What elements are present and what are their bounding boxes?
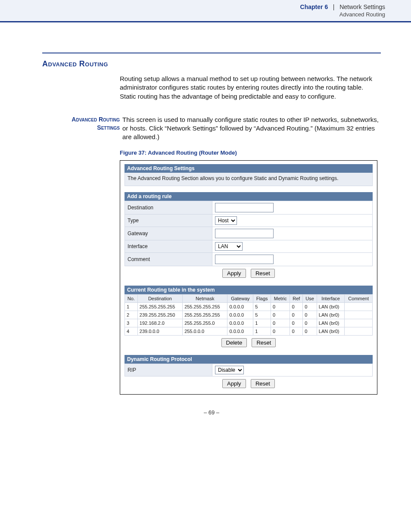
col-flags: Flags bbox=[253, 294, 271, 302]
reset-button-2[interactable]: Reset bbox=[252, 338, 276, 347]
header-section: Network Settings bbox=[339, 3, 385, 10]
section-divider bbox=[42, 53, 381, 53]
col-ref: Ref bbox=[290, 294, 303, 302]
dynamic-routing-form: RIP Disable bbox=[125, 364, 373, 376]
subsection-text: This screen is used to manually configur… bbox=[122, 115, 381, 142]
comment-label: Comment bbox=[125, 252, 212, 266]
rip-label: RIP bbox=[125, 364, 212, 376]
col-no: No. bbox=[125, 294, 138, 302]
destination-label: Destination bbox=[125, 201, 212, 214]
col-gateway: Gateway bbox=[227, 294, 253, 302]
page-number: – 69 – bbox=[42, 409, 381, 416]
panel-advanced-routing-desc: The Advanced Routing Section allows you … bbox=[125, 173, 373, 186]
section-title: Advanced Routing bbox=[42, 59, 381, 68]
intro-paragraph: Routing setup allows a manual method to … bbox=[120, 75, 381, 101]
apply-button[interactable]: Apply bbox=[222, 269, 246, 278]
table-row: 2 239.255.255.250 255.255.255.255 0.0.0.… bbox=[125, 311, 373, 319]
type-select[interactable]: Host bbox=[215, 216, 237, 225]
header-separator: | bbox=[330, 3, 338, 10]
col-comment: Comment bbox=[345, 294, 373, 302]
add-rule-form: Destination Type Host Gateway Interface bbox=[125, 201, 373, 266]
interface-label: Interface bbox=[125, 240, 212, 252]
apply-button-2[interactable]: Apply bbox=[222, 379, 246, 388]
router-screenshot: Advanced Routing Settings The Advanced R… bbox=[120, 160, 377, 395]
panel-advanced-routing-title: Advanced Routing Settings bbox=[125, 164, 373, 173]
panel-add-rule-title: Add a routing rule bbox=[125, 192, 373, 201]
delete-button[interactable]: Delete bbox=[221, 338, 247, 347]
col-netmask: Netmask bbox=[183, 294, 227, 302]
interface-select[interactable]: LAN bbox=[215, 242, 243, 251]
table-row: 3 192.168.2.0 255.255.255.0 0.0.0.0 1 0 … bbox=[125, 319, 373, 327]
figure-caption: Figure 37: Advanced Routing (Router Mode… bbox=[120, 149, 381, 156]
chapter-label: Chapter 6 bbox=[300, 3, 328, 10]
reset-button[interactable]: Reset bbox=[251, 269, 275, 278]
table-row: 4 239.0.0.0 255.0.0.0 0.0.0.0 1 0 0 0 LA… bbox=[125, 327, 373, 335]
col-interface: Interface bbox=[317, 294, 345, 302]
subsection-label: Advanced Routing Settings bbox=[42, 115, 122, 142]
type-label: Type bbox=[125, 214, 212, 227]
gateway-label: Gateway bbox=[125, 227, 212, 240]
col-metric: Metric bbox=[271, 294, 290, 302]
col-destination: Destination bbox=[137, 294, 182, 302]
panel-dynamic-routing-title: Dynamic Routing Protocol bbox=[125, 355, 373, 364]
gateway-input[interactable] bbox=[215, 229, 274, 238]
rip-select[interactable]: Disable bbox=[215, 366, 244, 374]
page-header: Chapter 6 | Network Settings Advanced Ro… bbox=[0, 0, 411, 22]
panel-routing-table-title: Current Routing table in the system bbox=[125, 286, 373, 294]
comment-input[interactable] bbox=[215, 255, 274, 264]
col-use: Use bbox=[303, 294, 317, 302]
reset-button-3[interactable]: Reset bbox=[251, 379, 275, 388]
table-row: 1 255.255.255.255 255.255.255.255 0.0.0.… bbox=[125, 302, 373, 311]
routing-table: No. Destination Netmask Gateway Flags Me… bbox=[125, 294, 373, 336]
destination-input[interactable] bbox=[215, 203, 274, 212]
header-subsection: Advanced Routing bbox=[0, 11, 385, 18]
